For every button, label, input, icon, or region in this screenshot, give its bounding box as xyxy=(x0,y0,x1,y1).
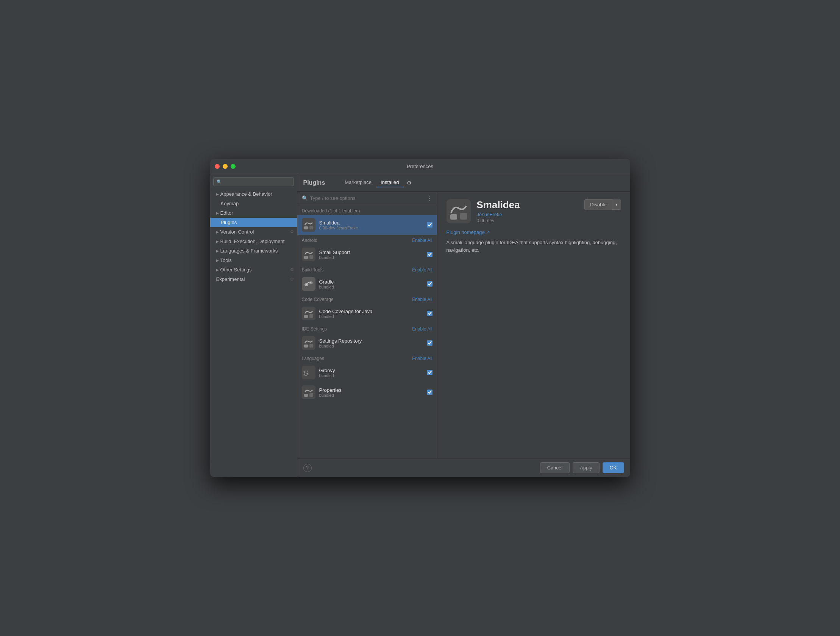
sidebar-item-plugins[interactable]: Plugins xyxy=(210,218,297,227)
svg-rect-21 xyxy=(450,214,457,219)
svg-rect-3 xyxy=(302,248,316,261)
detail-description: A smali language plugin for IDEA that su… xyxy=(447,239,621,254)
plugin-checkbox-gradle[interactable] xyxy=(427,281,433,287)
arrow-icon: ▶ xyxy=(216,240,219,243)
sidebar-item-build[interactable]: ▶ Build, Execution, Deployment xyxy=(210,237,297,246)
svg-rect-0 xyxy=(302,218,316,232)
plugin-name: Gradle xyxy=(319,279,423,285)
plugin-icon-smalidea xyxy=(302,218,316,232)
plugin-info-gradle: Gradle bundled xyxy=(319,279,423,289)
tab-marketplace[interactable]: Marketplace xyxy=(340,178,376,188)
preferences-window: Preferences 🔍 ▶ Appearance & Behavior Ke… xyxy=(210,159,630,477)
section-label: Build Tools xyxy=(302,267,324,273)
sidebar-item-label: Languages & Frameworks xyxy=(220,248,278,254)
search-icon: 🔍 xyxy=(302,195,308,201)
sidebar-item-experimental[interactable]: Experimental ⚙ xyxy=(210,275,297,284)
plugin-item-settings-repo[interactable]: Settings Repository bundled xyxy=(297,333,437,353)
sidebar-item-appearance[interactable]: ▶ Appearance & Behavior xyxy=(210,189,297,199)
plugin-sub: bundled xyxy=(319,393,423,398)
detail-header: Smalidea JesusFreke 0.06-dev Disable ▾ xyxy=(447,199,621,223)
plugin-info-smali-support: Smali Support bundled xyxy=(319,249,423,260)
sidebar-search-box[interactable]: 🔍 xyxy=(213,177,294,186)
sidebar-item-label: Version Control xyxy=(220,229,254,235)
footer-left: ? xyxy=(303,464,312,472)
detail-meta: Smalidea JesusFreke 0.06-dev xyxy=(477,199,579,223)
more-options-icon[interactable]: ⋮ xyxy=(426,194,433,202)
disable-dropdown-button[interactable]: ▾ xyxy=(613,199,621,210)
section-code-coverage: Code Coverage Enable All xyxy=(297,294,437,304)
plugin-checkbox-properties[interactable] xyxy=(427,390,433,395)
tab-installed[interactable]: Installed xyxy=(376,178,403,188)
detail-actions: Disable ▾ xyxy=(584,199,621,210)
svg-text:G: G xyxy=(303,369,308,377)
svg-rect-6 xyxy=(302,277,316,291)
cancel-button[interactable]: Cancel xyxy=(540,462,570,473)
enable-all-ide-settings[interactable]: Enable All xyxy=(412,326,432,331)
sidebar-item-label: Editor xyxy=(220,210,233,216)
section-label: Code Coverage xyxy=(302,297,334,302)
svg-rect-1 xyxy=(304,226,308,229)
plugin-checkbox-smalidea[interactable] xyxy=(427,222,433,227)
plugin-icon-settings-repo xyxy=(302,336,316,350)
maximize-button[interactable] xyxy=(231,164,235,169)
plugin-sub: bundled xyxy=(319,344,423,348)
plugin-sub: 0.06-dev JesusFreke xyxy=(319,226,423,230)
sidebar-search-input[interactable] xyxy=(223,179,291,185)
plugin-item-smali-support[interactable]: Smali Support bundled xyxy=(297,245,437,264)
plugins-title: Plugins xyxy=(303,180,325,186)
apply-button[interactable]: Apply xyxy=(573,462,600,473)
section-languages: Languages Enable All xyxy=(297,353,437,363)
right-panel: Plugins Marketplace Installed ⚙ 🔍 xyxy=(297,174,630,477)
plugin-icon-smali-support xyxy=(302,248,316,261)
help-button[interactable]: ? xyxy=(303,464,312,472)
sidebar-item-keymap[interactable]: Keymap xyxy=(210,199,297,208)
enable-all-code-coverage[interactable]: Enable All xyxy=(412,297,432,302)
window-title: Preferences xyxy=(407,164,433,169)
plugin-info-groovy: Groovy bundled xyxy=(319,368,423,378)
plugin-checkbox-smali[interactable] xyxy=(427,252,433,257)
plugin-item-code-coverage[interactable]: Code Coverage for Java bundled xyxy=(297,304,437,323)
detail-author[interactable]: JesusFreke xyxy=(477,211,579,217)
sidebar-item-languages[interactable]: ▶ Languages & Frameworks xyxy=(210,246,297,256)
gear-icon: ⚙ xyxy=(290,267,294,272)
svg-rect-20 xyxy=(447,199,471,223)
plugin-checkbox-codecov[interactable] xyxy=(427,311,433,316)
plugin-item-smalidea[interactable]: Smalidea 0.06-dev JesusFreke xyxy=(297,215,437,235)
footer: ? Cancel Apply OK xyxy=(297,458,630,477)
arrow-icon: ▶ xyxy=(216,268,219,272)
sidebar-item-version-control[interactable]: ▶ Version Control ⚙ xyxy=(210,227,297,237)
sidebar-item-tools[interactable]: ▶ Tools xyxy=(210,256,297,265)
plugin-item-groovy[interactable]: G Groovy bundled xyxy=(297,363,437,382)
svg-rect-13 xyxy=(304,344,308,347)
sidebar-item-editor[interactable]: ▶ Editor xyxy=(210,208,297,218)
close-button[interactable] xyxy=(215,164,219,169)
section-label: Languages xyxy=(302,356,324,361)
plugin-name: Properties xyxy=(319,387,423,393)
disable-button[interactable]: Disable xyxy=(584,199,612,210)
section-build-tools: Build Tools Enable All xyxy=(297,264,437,274)
svg-rect-10 xyxy=(304,315,308,318)
enable-all-android[interactable]: Enable All xyxy=(412,238,432,243)
plugin-info-code-coverage: Code Coverage for Java bundled xyxy=(319,309,423,319)
detail-homepage-link[interactable]: Plugin homepage ↗ xyxy=(447,229,621,235)
minimize-button[interactable] xyxy=(223,164,227,169)
sidebar-item-label: Plugins xyxy=(221,219,237,225)
arrow-icon: ▶ xyxy=(216,192,219,196)
gear-settings-button[interactable]: ⚙ xyxy=(404,178,415,188)
svg-rect-22 xyxy=(460,213,467,219)
plugin-checkbox-settings-repo[interactable] xyxy=(427,340,433,346)
detail-icon xyxy=(447,199,471,223)
plugins-header: Plugins Marketplace Installed ⚙ xyxy=(297,174,630,191)
svg-rect-18 xyxy=(304,394,308,397)
plugin-item-properties[interactable]: Properties bundled xyxy=(297,382,437,402)
plugin-search-input[interactable] xyxy=(310,195,424,201)
plugin-list: Downloaded (1 of 1 enabled) xyxy=(297,205,437,458)
enable-all-build-tools[interactable]: Enable All xyxy=(412,267,432,273)
plugin-checkbox-groovy[interactable] xyxy=(427,370,433,375)
search-icon: 🔍 xyxy=(216,180,222,185)
ok-button[interactable]: OK xyxy=(603,462,624,473)
plugin-item-gradle[interactable]: Gradle bundled xyxy=(297,274,437,294)
sidebar-item-other-settings[interactable]: ▶ Other Settings ⚙ xyxy=(210,265,297,275)
arrow-icon: ▶ xyxy=(216,249,219,253)
enable-all-languages[interactable]: Enable All xyxy=(412,356,432,361)
